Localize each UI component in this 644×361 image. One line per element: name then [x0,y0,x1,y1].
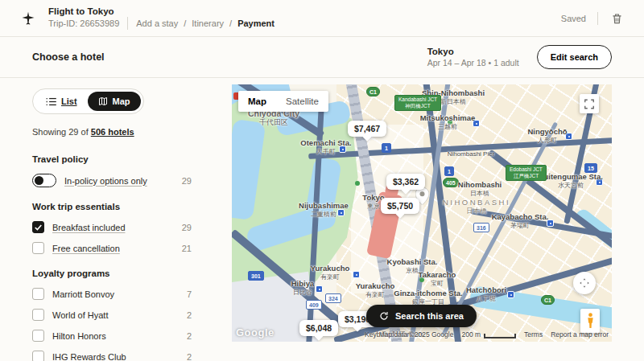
list-icon [46,97,56,106]
road-shield: C1 [541,295,555,305]
pan-arrows-icon [579,277,590,289]
filter-label[interactable]: Marriott Bonvoy [52,289,179,299]
metro-station-icon [565,133,572,140]
breadcrumb-add-a-stay[interactable]: Add a stay [136,18,178,28]
hotel-price-marker[interactable]: $3,362 [386,174,425,190]
pegman-button[interactable] [580,309,600,333]
section-title: Travel policy [32,154,192,164]
search-this-area-button[interactable]: Search this area [366,305,477,327]
map-view-button[interactable]: Map [88,92,141,111]
pan-control-button[interactable] [573,272,596,294]
ihg-filter-row: IHG Rewards Club 2 [32,351,192,361]
in-policy-toggle[interactable] [32,174,56,187]
filter-count: 21 [182,244,192,253]
filters-sidebar: List Map Showing 29 of 506 hotels Travel… [32,88,192,361]
filter-label[interactable]: Breakfast included [52,223,174,232]
breadcrumb-itinerary[interactable]: Itinerary [192,18,224,28]
hilton-filter-row: Hilton Honors 2 [32,330,192,342]
filter-count: 2 [187,331,192,341]
results-summary: Showing 29 of 506 hotels [32,127,192,137]
metro-station-icon [337,209,345,216]
delete-trip-button[interactable] [609,10,625,27]
map-type-satellite[interactable]: Satellite [276,91,328,112]
filter-count: 2 [187,310,192,320]
trash-icon [611,12,623,25]
list-view-button[interactable]: List [35,92,88,111]
in-policy-filter-row: In-policy options only 29 [32,174,192,187]
road-shield: 324 [325,293,341,303]
google-logo: Google [236,326,275,338]
road-shield: 1 [382,143,391,153]
road-shield: 301 [248,271,264,281]
section-title: Loyalty programs [32,269,192,278]
breadcrumb: Add a stay / Itinerary / Payment [136,18,275,28]
map-type-control: Map Satellite [238,91,328,112]
breakfast-checkbox[interactable] [32,221,44,233]
filter-label[interactable]: IHG Rewards Club [52,352,179,361]
filter-label[interactable]: In-policy options only [64,176,174,186]
section-title: Work trip essentials [32,202,192,211]
breakfast-filter-row: Breakfast included 29 [32,221,192,233]
top-header: Flight to Tokyo Trip-ID: 26653989 Add a … [0,0,644,37]
map-type-map[interactable]: Map [238,91,276,112]
filter-count: 2 [187,352,192,361]
check-icon [35,224,42,231]
hilton-checkbox[interactable] [32,330,44,342]
trip-title: Flight to Tokyo [48,6,275,16]
refresh-icon [379,311,389,321]
filter-count: 7 [187,289,192,299]
travel-policy-section: Travel policy In-policy options only 29 [32,154,192,187]
road-shield: 405 [443,178,459,187]
free-cancellation-checkbox[interactable] [32,242,44,254]
metro-station-icon [547,219,554,227]
filter-label[interactable]: World of Hyatt [52,310,179,320]
road-shield: 316 [473,223,489,232]
road-shield: 1 [444,166,454,176]
terms-link[interactable]: Terms [524,330,543,338]
work-trip-section: Work trip essentials Breakfast included … [32,202,192,254]
view-toggle: List Map [32,88,144,114]
tree-icon [419,277,424,282]
road-shield: 409 [306,300,322,310]
hyatt-checkbox[interactable] [32,309,44,321]
ihg-checkbox[interactable] [32,351,44,361]
divider [127,17,128,30]
free-cancellation-filter-row: Free cancellation 21 [32,242,192,254]
pegman-icon [586,313,595,329]
metro-station-icon [507,291,514,298]
jct-sign: Kandabashi JCT神田橋JCT [394,95,441,111]
map-data-text: Map data ©2025 Google [379,330,454,338]
search-toolbar: Choose a hotel Tokyo Apr 14 – Apr 18 • 1… [0,37,644,78]
metro-station-icon [473,120,480,127]
hyatt-filter-row: World of Hyatt 2 [32,309,192,321]
filter-label[interactable]: Hilton Honors [52,331,179,341]
hotel-map[interactable]: C1C14051115301316324409 Chiyoda City千代田区… [232,84,612,342]
metro-station-icon [596,178,603,186]
trip-id: Trip-ID: 26653989 [48,18,119,28]
map-scale: 200 m [461,330,516,338]
page-title: Choose a hotel [32,51,105,63]
jct-sign: Edobashi JCT江戸橋JCT [506,165,547,181]
edit-search-button[interactable]: Edit search [537,45,612,69]
marriott-checkbox[interactable] [32,288,44,300]
metro-station-icon [316,285,323,293]
filter-label[interactable]: Free cancellation [52,244,174,253]
hotel-price-marker[interactable]: $7,467 [348,121,386,137]
tree-icon [448,120,452,125]
hotels-count-link[interactable]: 506 hotels [91,127,134,137]
filter-count: 29 [182,176,192,186]
fullscreen-button[interactable] [580,94,599,113]
filter-count: 29 [182,223,192,232]
road-shield: 15 [584,163,597,173]
app-root: Flight to Tokyo Trip-ID: 26653989 Add a … [0,0,644,361]
metro-station-icon [353,271,360,278]
hotel-price-marker[interactable]: $6,048 [299,320,338,336]
tree-icon [355,181,360,186]
breadcrumb-payment[interactable]: Payment [237,18,275,28]
hotel-price-marker[interactable]: $5,750 [381,198,419,214]
marriott-filter-row: Marriott Bonvoy 7 [32,288,192,300]
road-shield: C1 [366,87,380,96]
airplane-icon [19,10,37,27]
metro-station-icon [339,146,346,153]
fullscreen-icon [584,99,594,109]
